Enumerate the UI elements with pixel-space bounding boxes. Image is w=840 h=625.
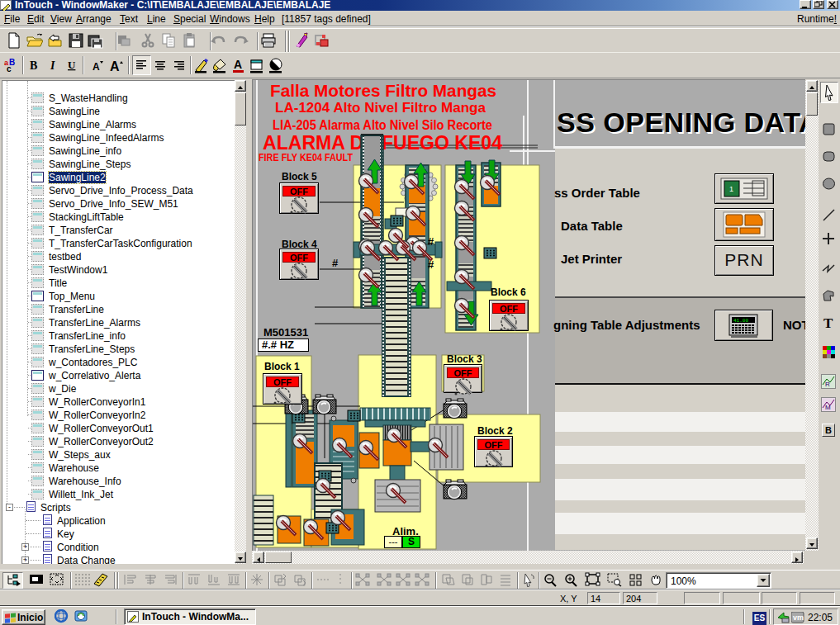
svg-text:1: 1: [729, 185, 733, 193]
svg-text:T: T: [823, 315, 833, 331]
svg-text:#: #: [428, 258, 434, 271]
svg-text:A: A: [110, 59, 120, 73]
svg-text:Falla Motores Filtro Mangas: Falla Motores Filtro Mangas: [270, 81, 496, 100]
svg-text:B: B: [30, 59, 37, 72]
svg-text:A: A: [93, 61, 100, 73]
svg-text:R: R: [825, 381, 830, 388]
svg-text:FIRE FLY KE04 FAULT: FIRE FLY KE04 FAULT: [259, 151, 353, 163]
svg-text:41.00: 41.00: [733, 318, 748, 324]
svg-text:I: I: [50, 59, 55, 72]
svg-text:#: #: [332, 257, 339, 269]
svg-text:U: U: [68, 59, 76, 71]
svg-text:#: #: [428, 235, 434, 248]
svg-text:M: M: [825, 404, 831, 411]
svg-text:LA-1204 Alto Nivel Filtro Man: LA-1204 Alto Nivel Filtro Manga: [275, 100, 486, 116]
svg-text:vm: vm: [793, 613, 804, 622]
svg-text:A: A: [234, 58, 242, 71]
svg-text:c: c: [7, 64, 12, 73]
